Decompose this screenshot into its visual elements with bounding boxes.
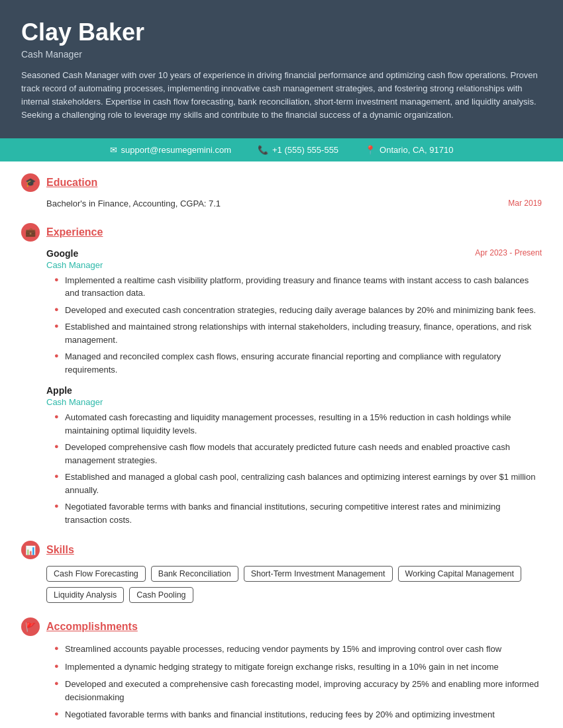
acc-bullet-4: Negotiated favorable terms with banks an…: [54, 708, 542, 721]
skill-2: Bank Reconciliation: [151, 566, 238, 582]
skill-3: Short-Term Investment Management: [244, 566, 393, 582]
candidate-summary: Seasoned Cash Manager with over 10 years…: [21, 69, 542, 122]
accomplishments-list: Streamlined accounts payable processes, …: [21, 643, 542, 721]
contact-bar: ✉ support@resumegemini.com 📞 +1 (555) 55…: [0, 138, 563, 161]
acc-bullet-1: Streamlined accounts payable processes, …: [54, 643, 542, 656]
skills-header: 📊 Skills: [21, 541, 542, 559]
accomplishments-section: 🚩 Accomplishments Streamlined accounts p…: [21, 617, 542, 721]
bullet-google-3: Established and maintained strong relati…: [54, 320, 542, 346]
education-degree: Bachelor's in Finance, Accounting, CGPA:…: [46, 199, 221, 208]
skill-5: Liquidity Analysis: [46, 587, 124, 603]
skill-4: Working Capital Management: [398, 566, 521, 582]
education-icon: 🎓: [21, 173, 40, 192]
company-google: Google: [21, 248, 103, 259]
job-google-header: Google Cash Manager Apr 2023 - Present: [21, 248, 542, 274]
education-header: 🎓 Education: [21, 173, 542, 192]
bullet-google-2: Developed and executed cash concentratio…: [54, 304, 542, 317]
skills-icon: 📊: [21, 541, 40, 559]
skills-title: Skills: [46, 544, 74, 556]
contact-location: 📍 Ontario, CA, 91710: [365, 145, 453, 155]
skills-section: 📊 Skills Cash Flow Forecasting Bank Reco…: [21, 541, 542, 603]
acc-bullet-2: Implemented a dynamic hedging strategy t…: [54, 660, 542, 674]
phone-icon: 📞: [258, 145, 268, 155]
company-apple: Apple: [21, 385, 542, 396]
experience-icon: 💼: [21, 223, 40, 242]
acc-bullet-3: Developed and executed a comprehensive c…: [54, 678, 542, 704]
accomplishments-header: 🚩 Accomplishments: [21, 617, 542, 636]
bullet-apple-3: Established and managed a global cash po…: [54, 471, 542, 496]
skills-tags: Cash Flow Forecasting Bank Reconciliatio…: [21, 566, 542, 603]
accomplishments-title: Accomplishments: [46, 621, 138, 633]
experience-section: 💼 Experience Google Cash Manager Apr 202…: [21, 223, 542, 527]
bullet-google-1: Implemented a realtime cash visibility p…: [54, 274, 542, 300]
bullet-google-4: Managed and reconciled complex cash flow…: [54, 350, 542, 376]
bullet-apple-2: Developed comprehensive cash flow models…: [54, 441, 542, 467]
bullets-apple: Automated cash forecasting and liquidity…: [21, 411, 542, 526]
role-google: Cash Manager: [21, 260, 103, 270]
job-google: Google Cash Manager Apr 2023 - Present I…: [21, 248, 542, 377]
main-content: 🎓 Education Bachelor's in Finance, Accou…: [0, 161, 563, 728]
email-icon: ✉: [110, 145, 117, 155]
contact-phone: 📞 +1 (555) 555-555: [258, 145, 338, 155]
job-apple: Apple Cash Manager Automated cash foreca…: [21, 385, 542, 526]
education-title: Education: [46, 177, 97, 189]
header-section: Clay Baker Cash Manager Seasoned Cash Ma…: [0, 0, 563, 138]
role-apple: Cash Manager: [21, 397, 542, 407]
skill-1: Cash Flow Forecasting: [46, 566, 146, 582]
experience-header: 💼 Experience: [21, 223, 542, 242]
bullet-apple-1: Automated cash forecasting and liquidity…: [54, 411, 542, 437]
experience-title: Experience: [46, 226, 103, 238]
bullets-google: Implemented a realtime cash visibility p…: [21, 274, 542, 377]
location-icon: 📍: [365, 145, 376, 155]
date-google: Apr 2023 - Present: [475, 248, 542, 257]
accomplishments-icon: 🚩: [21, 617, 40, 636]
bullet-apple-4: Negotiated favorable terms with banks an…: [54, 500, 542, 526]
education-date: Mar 2019: [508, 199, 542, 208]
candidate-title: Cash Manager: [21, 49, 542, 60]
skill-6: Cash Pooling: [129, 587, 193, 603]
candidate-name: Clay Baker: [21, 19, 542, 46]
contact-email: ✉ support@resumegemini.com: [110, 145, 231, 155]
education-row: Bachelor's in Finance, Accounting, CGPA:…: [21, 199, 542, 208]
education-section: 🎓 Education Bachelor's in Finance, Accou…: [21, 173, 542, 208]
